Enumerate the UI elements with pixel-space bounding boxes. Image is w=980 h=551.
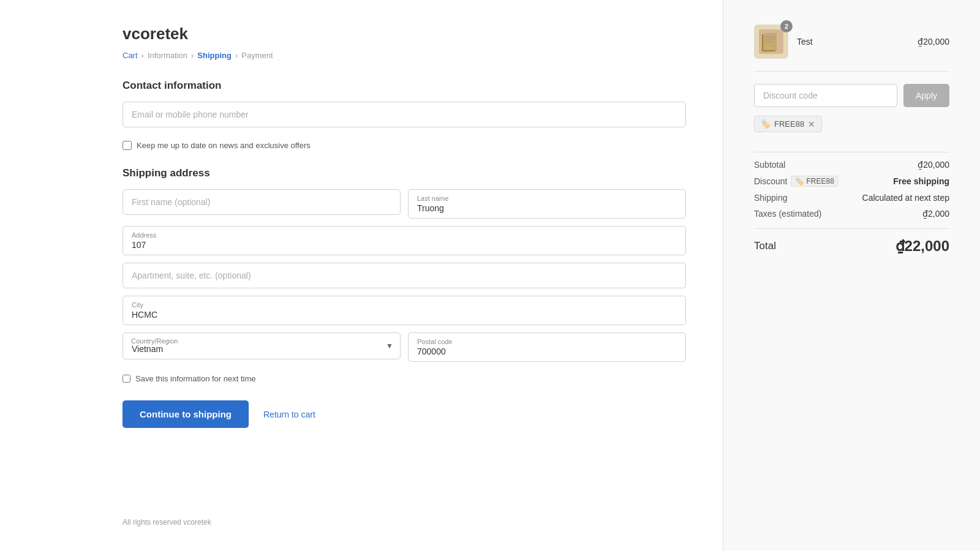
product-thumbnail-icon (759, 29, 783, 54)
product-price: ₫20,000 (918, 37, 949, 47)
product-row: 2 Test ₫20,000 (754, 24, 949, 72)
city-wrapper: City (123, 296, 686, 325)
product-image-wrap: 2 (754, 24, 788, 59)
breadcrumb-shipping[interactable]: Shipping (197, 51, 232, 60)
city-input[interactable] (132, 310, 677, 320)
continue-to-shipping-button[interactable]: Continue to shipping (123, 400, 249, 428)
total-label: Total (754, 240, 776, 252)
save-info-label: Save this information for next time (135, 374, 256, 383)
country-group: Country/Region Vietnam ▼ (123, 332, 401, 362)
discount-label-group: Discount 🏷️ FREE88 (754, 176, 839, 187)
taxes-row: Taxes (estimated) ₫2,000 (754, 209, 949, 219)
breadcrumb-sep-2: › (191, 51, 194, 60)
breadcrumb: Cart › Information › Shipping › Payment (123, 51, 686, 60)
postal-input[interactable] (417, 347, 677, 356)
breadcrumb-sep-3: › (235, 51, 238, 60)
breadcrumb-cart[interactable]: Cart (123, 51, 138, 60)
return-to-cart-button[interactable]: Return to cart (254, 401, 325, 428)
apartment-group (123, 263, 686, 288)
discount-coupon-icon: 🏷️ FREE88 (791, 176, 838, 187)
newsletter-checkbox[interactable] (123, 141, 132, 150)
country-select[interactable]: Vietnam (123, 332, 401, 359)
city-group: City (123, 296, 686, 325)
brand-name: vcoretek (123, 24, 686, 43)
action-row: Continue to shipping Return to cart (123, 400, 686, 428)
newsletter-label: Keep me up to date on news and exclusive… (137, 141, 311, 150)
address-label: Address (132, 231, 677, 239)
discount-value: Free shipping (893, 176, 949, 186)
coupon-icon: 🏷️ (761, 119, 771, 129)
shipping-section-title: Shipping address (123, 167, 686, 179)
save-info-checkbox[interactable] (123, 375, 130, 383)
coupon-remove-button[interactable]: ✕ (808, 120, 815, 129)
left-panel: vcoretek Cart › Information › Shipping ›… (0, 0, 723, 551)
apply-discount-button[interactable]: Apply (903, 84, 949, 107)
subtotal-row: Subtotal ₫20,000 (754, 160, 949, 170)
taxes-value: ₫2,000 (922, 209, 949, 219)
last-name-group: Last name (408, 189, 686, 219)
first-name-group (123, 189, 401, 219)
footer-text: All rights reserved vcoretek (123, 481, 686, 527)
country-select-wrapper: Country/Region Vietnam ▼ (123, 332, 401, 359)
product-quantity-badge: 2 (780, 20, 793, 32)
shipping-label: Shipping (754, 193, 788, 203)
discount-code-row: Apply (754, 84, 949, 107)
newsletter-row: Keep me up to date on news and exclusive… (123, 141, 686, 150)
save-info-row: Save this information for next time (123, 374, 686, 383)
email-field-group (123, 102, 686, 127)
email-input[interactable] (123, 102, 686, 127)
last-name-input[interactable] (417, 203, 677, 213)
contact-section-title: Contact information (123, 80, 686, 92)
product-name: Test (797, 37, 909, 47)
shipping-row: Shipping Calculated at next step (754, 193, 949, 203)
coupon-tag: 🏷️ FREE88 ✕ (754, 116, 822, 132)
subtotal-value: ₫20,000 (918, 160, 949, 170)
coupon-code: FREE88 (774, 119, 804, 129)
total-row: Total ₫22,000 (754, 228, 949, 255)
first-name-input[interactable] (123, 189, 401, 215)
address-wrapper: Address (123, 226, 686, 255)
breadcrumb-payment: Payment (241, 51, 273, 60)
postal-group: Postal code (408, 332, 686, 362)
breadcrumb-information[interactable]: Information (148, 51, 187, 60)
last-name-label: Last name (417, 195, 677, 202)
address-input[interactable] (132, 240, 677, 250)
shipping-value: Calculated at next step (862, 193, 949, 203)
apartment-input[interactable] (123, 263, 686, 288)
subtotal-label: Subtotal (754, 160, 785, 170)
discount-code-input[interactable] (754, 84, 897, 107)
breadcrumb-sep-1: › (141, 51, 144, 60)
total-value: ₫22,000 (895, 238, 949, 255)
city-label: City (132, 301, 677, 309)
address-group: Address (123, 226, 686, 255)
last-name-wrapper: Last name (408, 189, 686, 219)
postal-label: Postal code (417, 338, 677, 345)
discount-text-label: Discount (754, 176, 787, 186)
discount-row-summary: Discount 🏷️ FREE88 Free shipping (754, 176, 949, 187)
right-panel: 2 Test ₫20,000 Apply 🏷️ FREE88 ✕ Subtota… (723, 0, 980, 551)
divider-1 (754, 152, 949, 152)
taxes-label: Taxes (estimated) (754, 209, 821, 219)
postal-wrapper: Postal code (408, 332, 686, 362)
